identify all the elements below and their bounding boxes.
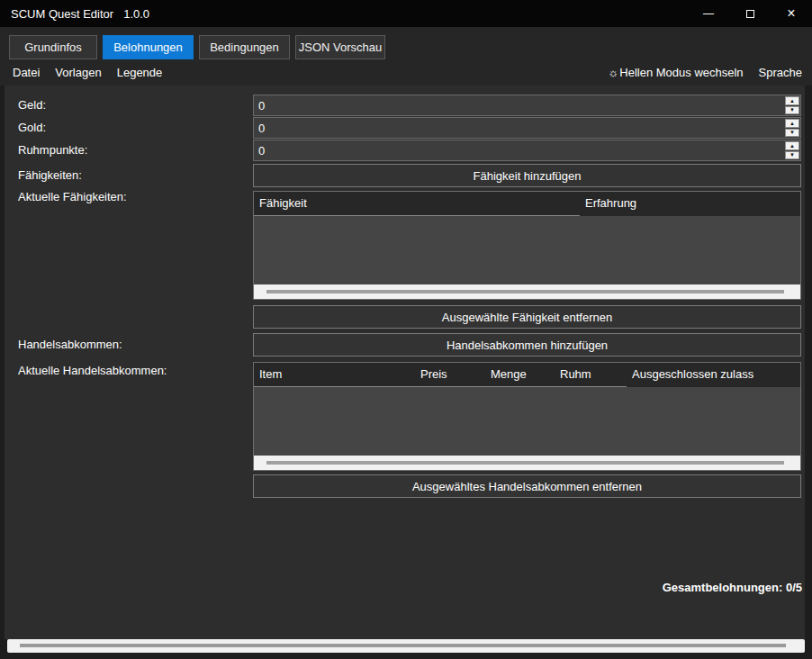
menu-bar: Datei Vorlagen Legende [13,62,162,82]
bottom-hscrollbar[interactable] [7,639,805,653]
column-header-menge[interactable]: Menge [485,363,555,387]
menu-item-vorlagen[interactable]: Vorlagen [55,66,101,79]
gold-input-field: ▲ ▼ [253,117,801,139]
remove-trade-deal-button[interactable]: Ausgewähltes Handelsabkommen entfernen [253,474,801,498]
tab-grundinfos[interactable]: Grundinfos [9,35,97,59]
right-menu: ☼ Hellen Modus wechseln Sprache [608,62,802,82]
minimize-button[interactable]: — [688,0,729,27]
app-title: SCUM Quest Editor [11,7,113,21]
skills-table: Fähigkeit Erfahrung [253,191,801,300]
ruhmpunkte-input-field: ▲ ▼ [253,140,801,161]
scrollbar-thumb[interactable] [266,461,784,465]
gold-spin-up-button[interactable]: ▲ [785,119,799,128]
spin-down-icon: ▼ [789,152,795,158]
gold-spinner: ▲ ▼ [785,119,799,137]
spin-down-icon: ▼ [789,130,795,135]
geld-spin-up-button[interactable]: ▲ [785,96,799,105]
theme-toggle-label: Hellen Modus wechseln [619,66,743,79]
menu-item-datei[interactable]: Datei [13,66,40,79]
theme-toggle-button[interactable]: ☼ Hellen Modus wechseln [608,66,743,79]
ruhmpunkte-spin-up-button[interactable]: ▲ [785,141,799,150]
app-version: 1.0.0 [123,7,149,21]
column-header-erfahrung[interactable]: Erfahrung [580,192,800,216]
gold-input[interactable] [254,118,783,138]
scrollbar-thumb[interactable] [266,290,784,293]
trade-deals-table: Item Preis Menge Ruhm Ausgeschlossen zul… [253,362,801,471]
gold-spin-down-button[interactable]: ▼ [785,129,799,138]
add-trade-deal-button[interactable]: Handelsabkommen hinzufügen [253,333,801,357]
spin-up-icon: ▲ [789,143,795,149]
aktuelle-handelsabkommen-label: Aktuelle Handelsabkommen: [18,360,167,382]
tab-belohnungen[interactable]: Belohnungen [103,35,194,59]
ruhmpunkte-spinner: ▲ ▼ [785,141,799,159]
toolbar: Grundinfos Belohnungen Bedingungen JSON … [0,27,812,86]
handelsabkommen-label: Handelsabkommen: [18,333,122,357]
tab-json-vorschau[interactable]: JSON Vorschau [295,35,385,59]
minimize-icon: — [703,8,714,19]
skills-table-header: Fähigkeit Erfahrung [254,192,800,216]
titlebar[interactable]: SCUM Quest Editor 1.0.0 — × [0,0,812,27]
tab-bedingungen[interactable]: Bedingungen [199,35,290,59]
trade-deals-table-body [254,387,800,456]
ruhmpunkte-input[interactable] [254,140,783,160]
skills-table-hscrollbar[interactable] [254,284,800,299]
geld-input-field: ▲ ▼ [253,95,801,116]
geld-spin-down-button[interactable]: ▼ [785,106,799,115]
sun-icon: ☼ [608,66,618,79]
remove-skill-button[interactable]: Ausgewählte Fähigkeit entfernen [253,305,801,329]
spin-up-icon: ▲ [789,98,795,104]
aktuelle-faehigkeiten-label: Aktuelle Fähigkeiten: [18,186,127,208]
menu-item-legende[interactable]: Legende [117,66,163,79]
column-header-preis[interactable]: Preis [415,363,485,387]
app-window: SCUM Quest Editor 1.0.0 — × Grundinfos B… [0,0,812,659]
close-icon: × [787,6,795,21]
maximize-button[interactable] [729,0,771,27]
column-header-ruhm[interactable]: Ruhm [555,363,627,387]
tab-bar: Grundinfos Belohnungen Bedingungen JSON … [9,35,385,59]
geld-input[interactable] [254,95,783,115]
total-rewards-label: Gesamtbelohnungen: 0/5 [663,581,802,594]
close-button[interactable]: × [771,0,812,27]
menu-item-sprache[interactable]: Sprache [759,66,802,79]
column-header-ausgeschlossen[interactable]: Ausgeschlossen zulass [627,363,800,387]
geld-label: Geld: [18,95,46,116]
window-controls: — × [688,0,812,27]
spin-up-icon: ▲ [789,121,795,126]
skills-table-body [254,216,800,284]
ruhmpunkte-label: Ruhmpunkte: [18,140,87,161]
trade-deals-table-header: Item Preis Menge Ruhm Ausgeschlossen zul… [254,363,800,387]
gold-label: Gold: [18,117,46,139]
trade-deals-table-hscrollbar[interactable] [254,456,800,470]
scrollbar-thumb[interactable] [20,644,786,647]
maximize-icon [746,10,754,18]
geld-spinner: ▲ ▼ [785,96,799,114]
column-header-faehigkeit[interactable]: Fähigkeit [254,192,580,216]
spin-down-icon: ▼ [789,107,795,113]
add-skill-button[interactable]: Fähigkeit hinzufügen [253,164,801,187]
column-header-item[interactable]: Item [254,363,415,387]
ruhmpunkte-spin-down-button[interactable]: ▼ [785,151,799,160]
faehigkeiten-label: Fähigkeiten: [18,164,82,187]
